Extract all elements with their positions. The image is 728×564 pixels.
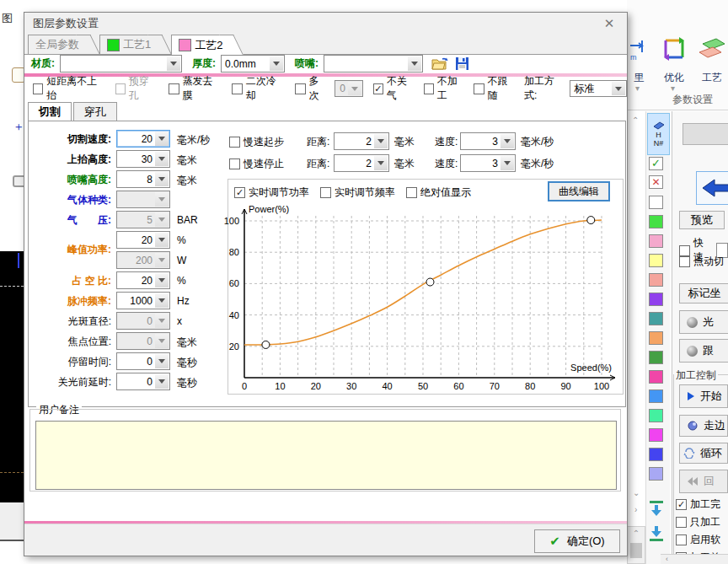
distance-input-1[interactable]: 2	[334, 154, 389, 172]
realtime-实时调节频率[interactable]: 实时调节频率	[320, 185, 395, 200]
material-select[interactable]	[60, 55, 182, 73]
option-短距离不上抬[interactable]: 短距离不上抬	[33, 74, 104, 103]
layer-color-swatch-0[interactable]	[649, 196, 663, 209]
jog-checkbox[interactable]: 点动切	[679, 255, 724, 269]
move-layer-bottom-icon[interactable]	[648, 524, 665, 543]
move-layer-top-icon[interactable]	[648, 499, 665, 518]
option-二次冷却[interactable]: 二次冷却	[232, 74, 283, 103]
trace-frame-button[interactable]: 走边	[679, 415, 728, 437]
param-input-0[interactable]: 20	[116, 130, 170, 148]
rp-check-只加工[interactable]: 只加工	[676, 515, 720, 529]
back-arrow-button[interactable]	[696, 171, 728, 205]
subtab-穿孔[interactable]: 穿孔	[73, 102, 117, 122]
slow-row-checkbox-1[interactable]: 慢速停止	[229, 157, 284, 171]
layer-color-swatch-6[interactable]	[649, 312, 663, 325]
layer-color-swatch-9[interactable]	[649, 370, 663, 384]
deselect-x-icon[interactable]: ✕	[649, 175, 663, 189]
layer-color-swatch-7[interactable]	[649, 331, 663, 345]
power-speed-chart[interactable]: 010203040506070809010020406080100Power(%…	[221, 202, 622, 395]
rp-check-加工完[interactable]: ✓加工完	[676, 497, 720, 512]
close-icon[interactable]: ✕	[600, 16, 618, 31]
param-input-11[interactable]: 0	[116, 352, 170, 370]
layer-color-swatch-13[interactable]	[649, 448, 663, 461]
scroll-down-icon[interactable]: ⌄	[633, 489, 640, 497]
optimize-icon[interactable]	[661, 35, 688, 64]
layer-color-swatch-1[interactable]	[649, 215, 663, 228]
option-不关气[interactable]: ✓不关气	[373, 74, 415, 103]
option-不加工[interactable]: 不加工	[424, 74, 466, 103]
horizontal-scrollbar[interactable]: ‹	[661, 554, 728, 564]
nozzle-select[interactable]	[324, 55, 423, 73]
param-input-2[interactable]: 8	[116, 170, 170, 188]
vertical-scrollbar[interactable]: ⌃	[627, 526, 645, 564]
rp-check-启用软[interactable]: 启用软	[676, 533, 720, 547]
param-input-8[interactable]: 1000	[116, 292, 170, 309]
mark-coord-button[interactable]: 标记坐	[679, 283, 728, 303]
craft-label[interactable]: 工艺	[696, 71, 728, 85]
user-notes-input[interactable]	[35, 421, 617, 490]
curve-control-point[interactable]	[262, 341, 270, 348]
layer-color-swatch-14[interactable]	[649, 467, 663, 481]
ok-button[interactable]: ✔ 确定(O)	[534, 529, 620, 553]
param-input-3[interactable]	[116, 191, 170, 208]
save-icon[interactable]	[455, 56, 469, 71]
layer-color-swatch-8[interactable]	[649, 351, 663, 364]
thickness-label: 厚度:	[192, 56, 216, 71]
param-input-1[interactable]: 30	[116, 150, 170, 168]
preview-button[interactable]: 预览	[679, 211, 725, 229]
param-input-6[interactable]: 200	[116, 251, 170, 269]
distance-input-0[interactable]: 2	[334, 132, 389, 150]
subtab-切割[interactable]: 切割	[28, 102, 72, 122]
tab-工艺2[interactable]: 工艺2	[171, 35, 231, 55]
param-input-10[interactable]: 0	[116, 332, 170, 350]
crosshair-icon[interactable]: ＋	[13, 121, 24, 132]
option-不跟随[interactable]: 不跟随	[474, 74, 516, 103]
curve-edit-button[interactable]: 曲线编辑	[548, 181, 610, 201]
dialog-titlebar[interactable]: 图层参数设置 ✕	[24, 13, 627, 35]
measure-dropdown-icon[interactable]: ▾	[635, 84, 640, 93]
measure-icon[interactable]: m	[629, 37, 650, 62]
slow-row-checkbox-0[interactable]: 慢速起步	[229, 135, 284, 149]
option-预穿孔[interactable]: 预穿孔	[115, 74, 158, 103]
return-origin-button[interactable]: 回	[679, 470, 728, 493]
option-蒸发去膜[interactable]: 蒸发去膜	[169, 74, 220, 103]
option-多次[interactable]: 多次	[295, 74, 328, 103]
layer-color-swatch-5[interactable]	[649, 293, 663, 306]
laser-button[interactable]: 光	[679, 310, 728, 334]
tab-工艺1[interactable]: 工艺1	[99, 35, 159, 54]
scroll-up-icon[interactable]: ⌃	[632, 116, 639, 125]
craft-layers-icon[interactable]	[696, 35, 726, 64]
curve-control-point[interactable]	[426, 278, 434, 286]
scroll-right-icon[interactable]: ›	[634, 506, 637, 514]
start-button[interactable]: 开始	[679, 384, 728, 408]
thickness-select[interactable]: 0.0mm	[221, 55, 285, 73]
layer-number-tool[interactable]: H N#	[647, 113, 670, 155]
param-input-5[interactable]: 20	[116, 231, 170, 249]
layer-color-swatch-12[interactable]	[649, 428, 663, 442]
process-mode-select[interactable]: 标准	[570, 80, 627, 97]
layer-color-swatch-3[interactable]	[649, 254, 663, 267]
curve-control-point[interactable]	[587, 217, 595, 224]
param-input-9[interactable]: 0	[116, 312, 170, 330]
layer-color-swatch-10[interactable]	[649, 389, 663, 403]
loop-button[interactable]: 循环	[679, 443, 728, 464]
optimize-dropdown-icon[interactable]: ▾	[671, 84, 675, 93]
follow-button[interactable]: 跟	[679, 339, 728, 363]
realtime-实时调节功率[interactable]: ✓实时调节功率	[234, 185, 309, 200]
param-input-12[interactable]: 0	[116, 373, 170, 390]
tab-全局参数[interactable]: 全局参数	[28, 35, 88, 54]
speed-input-0[interactable]: 3	[460, 132, 516, 150]
param-input-4[interactable]: 5	[116, 211, 170, 228]
scrollbar-thumb[interactable]	[630, 543, 642, 558]
speed-input-1[interactable]: 3	[460, 154, 516, 172]
drawing-canvas[interactable]	[0, 251, 24, 502]
layer-color-swatch-11[interactable]	[649, 409, 663, 422]
layer-color-swatch-2[interactable]	[649, 234, 663, 248]
select-all-check-icon[interactable]: ✓	[649, 157, 663, 170]
option-不关气-box: ✓	[373, 83, 383, 94]
layer-color-swatch-4[interactable]	[649, 273, 663, 287]
open-folder-icon[interactable]	[431, 56, 448, 71]
realtime-绝对值显示[interactable]: 绝对值显示	[406, 185, 471, 200]
param-input-7[interactable]: 20	[116, 271, 170, 289]
multi-count-select[interactable]: 0	[335, 80, 363, 97]
